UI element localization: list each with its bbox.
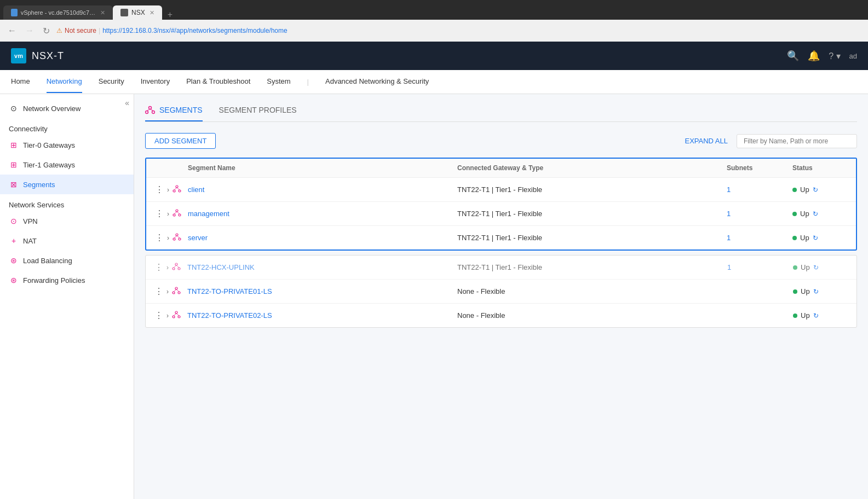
status-hcx: Up ↻ (793, 263, 848, 271)
vm-logo: vm NSX-T (11, 48, 64, 63)
tab-segments[interactable]: SEGMENTS (145, 105, 203, 121)
refresh-icon-management[interactable]: ↻ (813, 210, 818, 218)
svg-point-11 (173, 214, 175, 216)
svg-line-3 (147, 109, 150, 111)
vsphere-tab-close[interactable]: ✕ (100, 9, 105, 16)
segment-name-server[interactable]: server (188, 234, 457, 242)
search-icon[interactable]: 🔍 (787, 50, 799, 62)
back-button[interactable]: ← (5, 25, 19, 37)
subnets-management[interactable]: 1 (727, 210, 792, 218)
subnets-server[interactable]: 1 (727, 234, 792, 242)
refresh-icon-server[interactable]: ↻ (813, 234, 818, 242)
subnets-hcx[interactable]: 1 (727, 263, 793, 271)
nav-system[interactable]: System (267, 71, 290, 93)
segment-name-client[interactable]: client (188, 185, 457, 194)
svg-line-8 (174, 188, 177, 190)
tab-vsphere[interactable]: vSphere - vc.de7510d9c7d8485... ✕ (3, 5, 113, 20)
table-row: ⋮ › TNT22-TO-PRIVATE01-LS None - Flexibl… (146, 280, 856, 304)
subnets-client[interactable]: 1 (727, 185, 792, 194)
sidebar-item-load-balancing[interactable]: ⊛ Load Balancing (0, 251, 134, 270)
app-header: vm NSX-T 🔍 🔔 ? ▾ ad (0, 42, 868, 70)
segment-name-hcx[interactable]: TNT22-HCX-UPLINK (187, 263, 457, 271)
expand-all-button[interactable]: EXPAND ALL (685, 137, 728, 145)
row-expand-private02[interactable]: › (166, 312, 169, 320)
tab-nsx[interactable]: NSX ✕ (113, 5, 162, 20)
row-expand-private01[interactable]: › (166, 288, 169, 295)
status-client: Up ↻ (792, 185, 847, 194)
svg-line-33 (174, 314, 176, 316)
nav-networking[interactable]: Networking (47, 71, 82, 93)
network-overview-icon: ⊙ (9, 103, 19, 113)
row-menu-private02[interactable]: ⋮ (154, 310, 163, 321)
bell-icon[interactable]: 🔔 (808, 50, 820, 62)
new-tab-button[interactable]: + (164, 10, 176, 20)
svg-point-5 (176, 185, 178, 188)
row-expand-client[interactable]: › (167, 186, 169, 194)
row-actions-client: ⋮ › (155, 184, 188, 195)
svg-point-30 (175, 311, 177, 314)
sidebar-item-tier0[interactable]: ⊞ Tier-0 Gateways (0, 135, 134, 155)
forwarding-policies-icon: ⊛ (9, 275, 19, 285)
sidebar-item-segments[interactable]: ⊠ Segments (0, 175, 134, 194)
status-dot-private01 (793, 289, 797, 294)
row-expand-server[interactable]: › (167, 234, 169, 242)
refresh-icon-hcx[interactable]: ↻ (813, 264, 819, 271)
svg-point-20 (175, 263, 177, 265)
row-menu-client[interactable]: ⋮ (155, 184, 164, 195)
sidebar-item-forwarding-policies[interactable]: ⊛ Forwarding Policies (0, 270, 134, 290)
add-segment-button[interactable]: ADD SEGMENT (145, 133, 216, 149)
row-menu-hcx[interactable]: ⋮ (154, 262, 163, 272)
sidebar-item-tier1[interactable]: ⊞ Tier-1 Gateways (0, 155, 134, 175)
sidebar-item-vpn[interactable]: ⊙ VPN (0, 211, 134, 231)
gateway-client: TNT22-T1 | Tier1 - Flexible (457, 185, 727, 194)
refresh-icon-private01[interactable]: ↻ (813, 288, 819, 295)
refresh-icon-client[interactable]: ↻ (813, 186, 818, 194)
sidebar-collapse-button[interactable]: « (125, 98, 129, 107)
toolbar-right: EXPAND ALL (685, 134, 857, 148)
sidebar-item-nat[interactable]: + NAT (0, 231, 134, 251)
row-expand-hcx[interactable]: › (166, 264, 169, 271)
row-menu-server[interactable]: ⋮ (155, 233, 164, 243)
row-actions-management: ⋮ › (155, 208, 188, 219)
refresh-icon-private02[interactable]: ↻ (813, 312, 819, 320)
col-header-subnets: Subnets (727, 164, 792, 172)
gateway-private02: None - Flexible (457, 311, 727, 320)
row-menu-private01[interactable]: ⋮ (154, 286, 163, 297)
segment-name-management[interactable]: management (188, 210, 457, 218)
svg-point-21 (173, 268, 175, 270)
nav-plan-troubleshoot[interactable]: Plan & Troubleshoot (186, 71, 250, 93)
vsphere-tab-label: vSphere - vc.de7510d9c7d8485... (21, 9, 96, 16)
nav-inventory[interactable]: Inventory (141, 71, 170, 93)
sidebar-item-network-overview[interactable]: ⊙ Network Overview (0, 98, 134, 118)
status-dot-private02 (793, 314, 797, 318)
tab-segment-profiles[interactable]: SEGMENT PROFILES (219, 106, 297, 121)
nsx-tab-close[interactable]: ✕ (150, 9, 154, 16)
nav-advanced[interactable]: Advanced Networking & Security (325, 71, 429, 93)
user-avatar[interactable]: ad (849, 52, 857, 60)
forward-button[interactable]: → (23, 25, 36, 37)
status-dot-management (792, 212, 797, 216)
help-icon[interactable]: ? ▾ (829, 51, 840, 61)
segment-icon-management (173, 208, 181, 219)
svg-point-1 (146, 111, 148, 114)
tier0-icon: ⊞ (9, 140, 19, 150)
main-content: SEGMENTS SEGMENT PROFILES ADD SEGMENT EX… (134, 94, 868, 499)
segment-name-private02[interactable]: TNT22-TO-PRIVATE02-LS (187, 311, 457, 320)
segment-name-private01[interactable]: TNT22-TO-PRIVATE01-LS (187, 287, 457, 295)
url-display[interactable]: https://192.168.0.3/nsx/#/app/networks/s… (102, 27, 288, 34)
segments-tab-icon (145, 105, 155, 115)
sidebar-item-label-vpn: VPN (23, 217, 38, 225)
sidebar-item-label-nat: NAT (23, 237, 37, 245)
sidebar-section-connectivity: Connectivity (0, 118, 134, 135)
reload-button[interactable]: ↻ (41, 25, 52, 37)
nav-security[interactable]: Security (99, 71, 124, 93)
nav-home[interactable]: Home (11, 71, 30, 93)
warning-icon: ⚠ (56, 27, 62, 34)
table-row: ⋮ › management TNT22-T1 | Tier1 - Flexib… (146, 202, 856, 226)
filter-input[interactable] (737, 134, 857, 148)
row-menu-management[interactable]: ⋮ (155, 208, 164, 219)
status-text-hcx: Up (801, 263, 810, 271)
svg-point-22 (178, 268, 180, 270)
row-expand-management[interactable]: › (167, 210, 169, 218)
row-actions-private02: ⋮ › (154, 310, 187, 321)
